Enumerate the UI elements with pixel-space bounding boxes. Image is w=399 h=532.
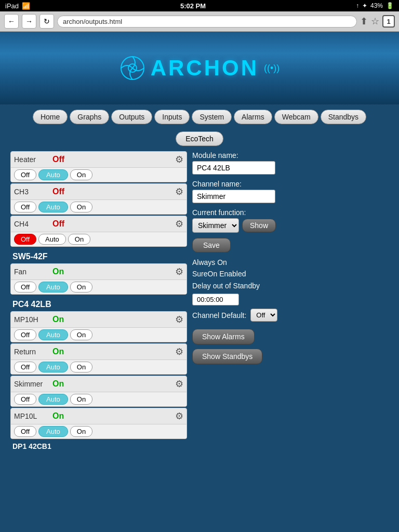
location-icon: ↑ bbox=[356, 2, 359, 9]
ch4-row: CH4 Off ⚙ bbox=[11, 216, 187, 232]
show-alarms-button[interactable]: Show Alarms bbox=[192, 329, 255, 344]
channel-name-group: Channel name: bbox=[192, 180, 383, 203]
skimmer-auto-button[interactable]: Auto bbox=[38, 394, 68, 405]
return-auto-button[interactable]: Auto bbox=[38, 362, 68, 373]
channel-mp10h: MP10H On ⚙ Off Auto On bbox=[10, 311, 187, 342]
nav-alarms[interactable]: Alarms bbox=[234, 110, 272, 124]
heater-off-button[interactable]: Off bbox=[14, 169, 36, 180]
heater-label: Heater bbox=[14, 155, 50, 164]
sw5-header: SW5-42F bbox=[10, 248, 187, 263]
fan-label: Fan bbox=[14, 268, 50, 276]
ch4-gear-icon[interactable]: ⚙ bbox=[175, 218, 183, 230]
show-standbys-button[interactable]: Show Standbys bbox=[192, 349, 262, 364]
logo-text: ARCHON bbox=[151, 56, 259, 81]
skimmer-gear-icon[interactable]: ⚙ bbox=[175, 378, 183, 390]
browser-actions: ⬆ ☆ 1 bbox=[360, 15, 395, 28]
logo-icon bbox=[119, 55, 145, 81]
mp10l-auto-button[interactable]: Auto bbox=[38, 426, 68, 437]
fan-auto-button[interactable]: Auto bbox=[38, 282, 68, 292]
mp10l-off-button[interactable]: Off bbox=[14, 426, 36, 437]
module-name-input[interactable] bbox=[192, 161, 275, 175]
mp10h-off-button[interactable]: Off bbox=[14, 329, 36, 340]
delay-time-input[interactable] bbox=[192, 294, 239, 305]
function-select[interactable]: Skimmer bbox=[192, 218, 239, 233]
ch3-auto-button[interactable]: Auto bbox=[38, 202, 68, 212]
forward-button[interactable]: → bbox=[22, 14, 36, 29]
heater-toggle-row: Off Auto On bbox=[11, 167, 187, 182]
fan-status: On bbox=[52, 267, 64, 276]
return-row: Return On ⚙ bbox=[11, 344, 187, 360]
tab-count[interactable]: 1 bbox=[382, 15, 395, 28]
fan-gear-icon[interactable]: ⚙ bbox=[175, 266, 183, 277]
status-right: ↑ ✦ 43% 🔋 bbox=[356, 2, 394, 9]
nav-inputs[interactable]: Inputs bbox=[154, 110, 190, 124]
bookmark-icon[interactable]: ☆ bbox=[371, 16, 379, 27]
nav-home[interactable]: Home bbox=[33, 110, 68, 124]
nav-graphs[interactable]: Graphs bbox=[70, 110, 109, 124]
skimmer-toggle-row: Off Auto On bbox=[11, 392, 187, 406]
mp10l-gear-icon[interactable]: ⚙ bbox=[175, 410, 183, 422]
nav-standbys[interactable]: Standbys bbox=[321, 110, 366, 124]
skimmer-off-button[interactable]: Off bbox=[14, 394, 36, 405]
ch3-gear-icon[interactable]: ⚙ bbox=[175, 186, 183, 197]
return-label: Return bbox=[14, 348, 50, 356]
heater-gear-icon[interactable]: ⚙ bbox=[175, 154, 183, 165]
module-name-label: Module name: bbox=[192, 151, 383, 159]
fan-row: Fan On ⚙ bbox=[11, 264, 187, 280]
ecotech-button[interactable]: EcoTech bbox=[176, 131, 223, 146]
channel-ch4: CH4 Off ⚙ Off Auto On bbox=[10, 216, 187, 247]
delay-time-group bbox=[192, 294, 383, 305]
default-select[interactable]: Off bbox=[250, 309, 277, 322]
fan-off-button[interactable]: Off bbox=[14, 282, 36, 292]
always-on-text: Always On bbox=[192, 257, 383, 268]
url-bar[interactable]: archon/outputs.html bbox=[57, 16, 357, 28]
mp10l-label: MP10L bbox=[14, 412, 50, 420]
return-on-button[interactable]: On bbox=[70, 362, 92, 373]
module-pc4: PC4 42LB MP10H On ⚙ Off Auto On Return bbox=[10, 296, 187, 439]
nav-bar: Home Graphs Outputs Inputs System Alarms… bbox=[0, 104, 399, 129]
heater-auto-button[interactable]: Auto bbox=[38, 169, 68, 180]
channel-heater: Heater Off ⚙ Off Auto On bbox=[10, 151, 187, 182]
ch4-toggle-row: Off Auto On bbox=[11, 232, 187, 246]
save-button[interactable]: Save bbox=[192, 238, 231, 252]
channel-name-input[interactable] bbox=[192, 190, 275, 203]
status-bar: iPad 📶 5:02 PM ↑ ✦ 43% 🔋 bbox=[0, 0, 399, 11]
ch3-label: CH3 bbox=[14, 188, 50, 196]
default-row: Channel Default: Off bbox=[192, 309, 383, 322]
ch3-on-button[interactable]: On bbox=[70, 202, 92, 212]
mp10h-toggle-row: Off Auto On bbox=[11, 327, 187, 342]
mp10l-status: On bbox=[52, 411, 64, 421]
mp10l-on-button[interactable]: On bbox=[70, 426, 92, 437]
return-gear-icon[interactable]: ⚙ bbox=[175, 346, 183, 357]
skimmer-on-button[interactable]: On bbox=[70, 394, 92, 405]
partial-module-label: DP1 42CB1 bbox=[10, 440, 187, 450]
heater-on-button[interactable]: On bbox=[70, 169, 92, 180]
mp10h-auto-button[interactable]: Auto bbox=[38, 329, 68, 340]
nav-outputs[interactable]: Outputs bbox=[111, 110, 152, 124]
function-show-button[interactable]: Show bbox=[242, 219, 276, 232]
skimmer-row: Skimmer On ⚙ bbox=[11, 376, 187, 392]
battery-level: 43% bbox=[370, 2, 383, 9]
ch3-off-button[interactable]: Off bbox=[14, 202, 36, 212]
return-toggle-row: Off Auto On bbox=[11, 360, 187, 374]
channel-ch3: CH3 Off ⚙ Off Auto On bbox=[10, 183, 187, 215]
channel-fan: Fan On ⚙ Off Auto On bbox=[10, 263, 187, 295]
fan-on-button[interactable]: On bbox=[70, 282, 92, 292]
default-label: Channel Default: bbox=[192, 311, 246, 320]
ch4-off-button[interactable]: Off bbox=[14, 234, 36, 245]
ch4-auto-button[interactable]: Auto bbox=[38, 234, 66, 245]
share-icon[interactable]: ⬆ bbox=[360, 16, 368, 27]
ch3-row: CH3 Off ⚙ bbox=[11, 184, 187, 200]
reload-button[interactable]: ↻ bbox=[39, 14, 54, 29]
back-button[interactable]: ← bbox=[4, 14, 19, 29]
mp10h-on-button[interactable]: On bbox=[70, 329, 92, 340]
mp10h-label: MP10H bbox=[14, 315, 50, 324]
channel-skimmer: Skimmer On ⚙ Off Auto On bbox=[10, 376, 187, 407]
mp10h-gear-icon[interactable]: ⚙ bbox=[175, 314, 183, 325]
nav-webcam[interactable]: Webcam bbox=[274, 110, 318, 124]
ch4-on-button[interactable]: On bbox=[68, 234, 90, 245]
pc4-header: PC4 42LB bbox=[10, 296, 187, 311]
nav-system[interactable]: System bbox=[192, 110, 232, 124]
return-off-button[interactable]: Off bbox=[14, 362, 36, 373]
mp10h-status: On bbox=[52, 315, 64, 324]
